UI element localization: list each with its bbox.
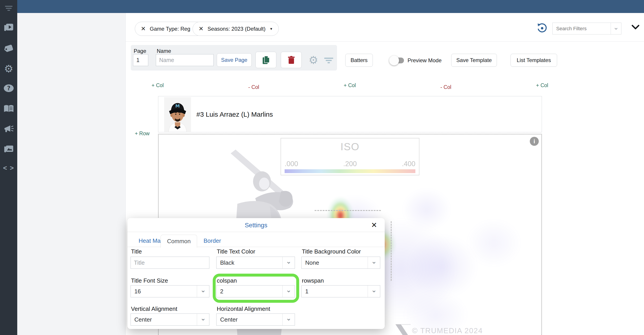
remove-col-button[interactable]: - Col: [248, 84, 259, 90]
app-window: ⚙ ? < > New Report New From Template Cop…: [0, 0, 644, 335]
duplicate-page-button[interactable]: [256, 52, 276, 68]
rowspan-select[interactable]: 1 ⌄: [302, 285, 380, 298]
strike-zone-side-line: [391, 221, 392, 281]
code-embed-icon[interactable]: < >: [3, 164, 14, 172]
add-col-button[interactable]: + Col: [344, 82, 356, 88]
filter-history-icon[interactable]: [537, 23, 547, 34]
trash-icon: [288, 56, 295, 64]
legend-tick: .400: [402, 160, 416, 168]
heatmap-blob: [456, 210, 532, 276]
save-template-button[interactable]: Save Template: [451, 54, 497, 67]
modal-tabs: Heat Map Common Border: [128, 232, 385, 247]
delete-page-button[interactable]: [281, 52, 302, 68]
horizontal-alignment-select[interactable]: Center ⌄: [216, 314, 295, 326]
list-templates-button[interactable]: List Templates: [510, 54, 557, 67]
chevron-down-icon[interactable]: ⌄: [282, 257, 295, 268]
top-bar: [17, 0, 644, 13]
add-col-button[interactable]: + Col: [152, 82, 164, 88]
colspan-label: colspan: [217, 277, 237, 284]
chevron-down-icon[interactable]: ⌄: [197, 286, 209, 297]
announcements-megaphone-icon[interactable]: [4, 125, 14, 134]
tab-border[interactable]: Border: [197, 235, 227, 247]
legend-tick: .200: [343, 160, 357, 168]
title-field-label: Title: [131, 248, 142, 255]
legend-tick: .000: [284, 160, 298, 168]
image-gallery-icon[interactable]: [4, 145, 14, 154]
title-font-size-label: Title Font Size: [131, 277, 168, 284]
search-filters-box[interactable]: ⌄: [552, 22, 622, 34]
page-label: Page: [134, 48, 146, 54]
batters-button[interactable]: Batters: [345, 54, 373, 67]
strike-zone-top-line: [314, 210, 381, 211]
filter-chip-label: Game Type: Reg: [150, 26, 190, 32]
title-font-size-select[interactable]: 16 ⌄: [130, 285, 209, 298]
chevron-down-icon[interactable]: ⌄: [197, 314, 209, 325]
filter-chip-label: Seasons: 2023 (Default): [208, 26, 266, 32]
page-settings-gear-icon[interactable]: ⚙: [308, 54, 318, 66]
nav-sidebar: ⚙ ? < >: [0, 0, 17, 335]
vertical-alignment-select[interactable]: Center ⌄: [130, 314, 209, 326]
remove-filter-icon[interactable]: ✕: [198, 25, 204, 32]
player-headshot: M: [164, 97, 191, 133]
filter-chip-seasons[interactable]: ✕ Seasons: 2023 (Default) ▼: [192, 22, 279, 36]
menu-filter-icon[interactable]: [5, 5, 13, 12]
video-reports-icon[interactable]: [4, 23, 14, 33]
search-filters-input[interactable]: [553, 26, 611, 32]
title-bg-color-label: Title Background Color: [302, 248, 361, 255]
report-panel: [17, 13, 126, 335]
trumedia-logo: [395, 323, 411, 335]
svg-text:?: ?: [7, 85, 10, 92]
collapse-filters-chevron-icon[interactable]: [631, 24, 640, 31]
info-icon[interactable]: i: [530, 137, 539, 146]
player-name: #3 Luis Arraez (L) Marlins: [196, 110, 273, 118]
caret-down-icon[interactable]: ▼: [270, 27, 273, 31]
preview-mode-toggle-knob[interactable]: [389, 56, 399, 66]
rowspan-label: rowspan: [302, 277, 324, 284]
title-text-color-select[interactable]: Black ⌄: [216, 256, 295, 269]
legend-title: ISO: [281, 141, 419, 153]
colspan-select[interactable]: 2 ⌄: [216, 285, 295, 298]
settings-modal: Settings ✕ Heat Map Common Border Title …: [128, 218, 385, 329]
legend-gradient-bar: [284, 169, 416, 173]
page-name-input[interactable]: [156, 54, 214, 66]
add-row-button[interactable]: + Row: [135, 130, 150, 136]
add-col-button[interactable]: + Col: [536, 82, 548, 88]
name-label: Name: [157, 48, 171, 54]
trumedia-watermark: © TRUMEDIA 2024: [395, 323, 483, 335]
modal-header: Settings ✕: [128, 218, 385, 232]
svg-text:M: M: [175, 103, 180, 108]
chevron-down-icon[interactable]: ⌄: [368, 286, 380, 297]
chevron-down-icon[interactable]: ⌄: [282, 286, 295, 297]
title-text-color-label: Title Text Color: [217, 248, 255, 255]
chevron-down-icon[interactable]: ⌄: [368, 257, 380, 268]
remove-filter-icon[interactable]: ✕: [141, 25, 146, 32]
copy-icon: [262, 56, 270, 64]
save-page-button[interactable]: Save Page: [217, 53, 252, 67]
help-question-icon[interactable]: ?: [4, 84, 14, 93]
title-bg-color-select[interactable]: None ⌄: [302, 256, 380, 269]
heatmap-legend: ISO .000 .200 .400: [280, 138, 420, 175]
title-input[interactable]: [130, 256, 209, 269]
settings-gear-icon[interactable]: ⚙: [4, 63, 13, 75]
modal-title: Settings: [128, 222, 385, 229]
page-filter-icon[interactable]: [324, 57, 333, 65]
chevron-down-icon[interactable]: ⌄: [611, 23, 621, 34]
chevron-down-icon[interactable]: ⌄: [282, 314, 295, 325]
tab-common[interactable]: Common: [160, 235, 197, 248]
close-icon[interactable]: ✕: [371, 221, 377, 229]
tag-icon[interactable]: [4, 44, 14, 54]
glossary-book-icon[interactable]: [4, 105, 14, 114]
preview-mode-label: Preview Mode: [408, 57, 442, 64]
page-number-input[interactable]: [133, 54, 148, 66]
vertical-alignment-label: Vertical Alignment: [131, 306, 177, 312]
horizontal-alignment-label: Horizontal Alignment: [217, 306, 270, 312]
remove-col-button[interactable]: - Col: [440, 84, 452, 90]
